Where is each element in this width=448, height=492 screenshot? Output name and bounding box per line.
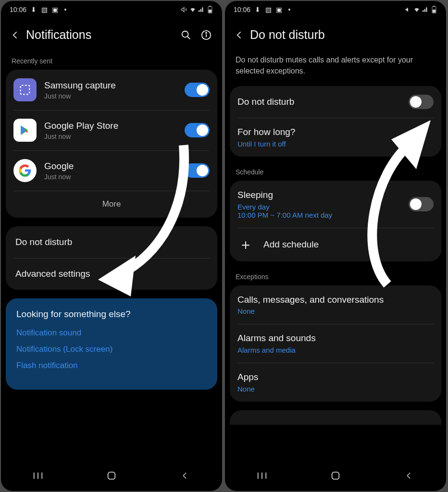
app-time: Just now <box>44 92 177 100</box>
app-time: Just now <box>44 173 177 181</box>
exception-value: Alarms and media <box>237 346 434 354</box>
app-name: Samsung capture <box>44 80 177 92</box>
looking-title: Looking for something else? <box>16 309 207 320</box>
app-name: Google Play Store <box>44 120 177 132</box>
exception-title: Alarms and sounds <box>237 332 434 344</box>
sleeping-title: Sleeping <box>237 189 401 201</box>
search-button[interactable] <box>176 30 196 40</box>
svg-rect-18 <box>332 472 339 480</box>
app-icon: ▣ <box>51 6 58 13</box>
mute-icon <box>181 6 187 13</box>
home-button[interactable] <box>329 469 342 482</box>
app-icon: ▣ <box>275 6 282 13</box>
plus-icon: ＋ <box>238 237 253 252</box>
mute-icon <box>405 6 411 13</box>
app-row-play-store[interactable]: Google Play Store Just now <box>6 110 217 150</box>
section-schedule: Schedule <box>225 165 446 181</box>
svg-point-6 <box>206 32 207 33</box>
how-long-value: Until I turn it off <box>237 140 434 148</box>
exceptions-card: Calls, messages, and conversations None … <box>230 285 441 402</box>
exception-title: Calls, messages, and conversations <box>237 294 434 306</box>
app-time: Just now <box>44 133 177 140</box>
phone-right-dnd: 10:06 ⬇ ▧ ▣ • Do not disturb Do not dist… <box>225 1 446 491</box>
image-icon: ▧ <box>41 6 48 13</box>
svg-point-3 <box>182 31 188 37</box>
how-long-row[interactable]: For how long? Until I turn it off <box>230 118 441 157</box>
status-bar: 10:06 ⬇ ▧ ▣ • <box>225 1 446 15</box>
more-dot-icon: • <box>62 6 69 13</box>
add-schedule-row[interactable]: ＋ Add schedule <box>230 228 441 261</box>
header: Notifications <box>1 15 222 54</box>
info-button[interactable] <box>196 30 216 40</box>
clock: 10:06 <box>234 6 250 13</box>
exception-apps-row[interactable]: Apps None <box>230 363 441 402</box>
clock: 10:06 <box>10 6 26 13</box>
dnd-master-card: Do not disturb For how long? Until I tur… <box>230 86 441 157</box>
back-button[interactable] <box>229 30 250 40</box>
samsung-capture-icon <box>13 78 37 101</box>
battery-icon <box>207 6 213 13</box>
svg-rect-14 <box>433 10 436 12</box>
how-long-label: For how long? <box>237 126 434 138</box>
dnd-master-row[interactable]: Do not disturb <box>230 86 441 118</box>
app-name: Google <box>44 160 177 172</box>
app-row-google[interactable]: Google Just now <box>6 150 217 191</box>
more-button[interactable]: More <box>6 191 217 218</box>
page-title: Do not disturb <box>250 28 440 42</box>
sleeping-days: Every day <box>237 203 401 211</box>
exception-value: None <box>237 307 434 315</box>
toggle-dnd[interactable] <box>409 95 434 109</box>
exception-alarms-row[interactable]: Alarms and sounds Alarms and media <box>230 324 441 363</box>
wifi-icon <box>413 6 420 13</box>
header: Do not disturb <box>225 15 446 54</box>
dnd-master-label: Do not disturb <box>237 96 401 108</box>
svg-rect-1 <box>209 6 211 7</box>
recent-apps-card: Samsung capture Just now Google Play Sto… <box>6 70 217 218</box>
link-flash-notification[interactable]: Flash notification <box>16 361 207 370</box>
exception-title: Apps <box>237 371 434 383</box>
phone-left-notifications: 10:06 ⬇ ▧ ▣ • Notifications Recently sen… <box>1 1 222 491</box>
add-schedule-label: Add schedule <box>263 239 319 250</box>
back-nav-button[interactable] <box>178 469 192 482</box>
hidden-card-peek[interactable] <box>230 410 441 425</box>
settings-card: Do not disturb Advanced settings <box>6 226 217 290</box>
battery-icon <box>431 6 437 13</box>
do-not-disturb-row[interactable]: Do not disturb <box>6 226 217 258</box>
svg-rect-13 <box>433 6 435 7</box>
download-icon: ⬇ <box>254 6 261 13</box>
google-icon <box>13 159 37 182</box>
recents-button[interactable] <box>31 469 45 482</box>
advanced-settings-row[interactable]: Advanced settings <box>6 258 217 290</box>
page-title: Notifications <box>26 28 176 42</box>
toggle-google[interactable] <box>185 163 210 178</box>
navigation-bar <box>1 460 222 491</box>
toggle-play-store[interactable] <box>185 123 210 137</box>
download-icon: ⬇ <box>30 6 37 13</box>
back-nav-button[interactable] <box>402 469 416 482</box>
sleeping-time: 10:00 PM ~ 7:00 AM next day <box>237 211 401 219</box>
back-button[interactable] <box>5 30 26 40</box>
signal-icon <box>198 6 205 13</box>
svg-rect-11 <box>108 472 115 480</box>
schedule-sleeping-row[interactable]: Sleeping Every day 10:00 PM ~ 7:00 AM ne… <box>230 181 441 228</box>
exception-value: None <box>237 385 434 393</box>
image-icon: ▧ <box>265 6 272 13</box>
link-notification-sound[interactable]: Notification sound <box>16 328 207 338</box>
recents-button[interactable] <box>255 469 269 482</box>
signal-icon <box>422 6 429 13</box>
dnd-description: Do not disturb mutes calls and alerts ex… <box>225 54 446 86</box>
link-notifications-lock-screen[interactable]: Notifications (Lock screen) <box>16 344 207 354</box>
toggle-samsung-capture[interactable] <box>185 83 210 97</box>
exception-calls-row[interactable]: Calls, messages, and conversations None <box>230 285 441 324</box>
looking-for-card: Looking for something else? Notification… <box>6 298 217 390</box>
svg-rect-7 <box>21 86 30 95</box>
app-row-samsung-capture[interactable]: Samsung capture Just now <box>6 70 217 110</box>
home-button[interactable] <box>105 469 118 482</box>
wifi-icon <box>189 6 196 13</box>
schedule-card: Sleeping Every day 10:00 PM ~ 7:00 AM ne… <box>230 181 441 261</box>
section-exceptions: Exceptions <box>225 270 446 285</box>
play-store-icon <box>13 119 37 142</box>
navigation-bar <box>225 460 446 491</box>
toggle-sleeping[interactable] <box>409 197 434 211</box>
svg-rect-2 <box>209 10 212 12</box>
